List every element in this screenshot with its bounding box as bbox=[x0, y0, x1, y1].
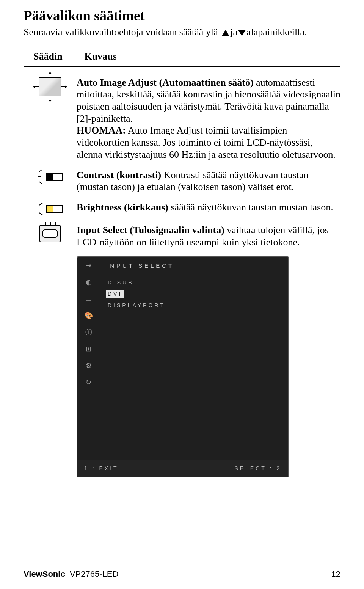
osd-input-icon[interactable]: ⇥ bbox=[83, 261, 94, 270]
input-description: Input Select (Tulosignaalin valinta) vai… bbox=[77, 224, 340, 248]
input-select-icon bbox=[39, 225, 61, 242]
auto-adjust-icon bbox=[39, 77, 61, 96]
arrow-down-icon bbox=[238, 30, 246, 36]
osd-item-displayport[interactable]: DISPLAYPORT bbox=[106, 301, 167, 309]
osd-footer: 1 : EXIT SELECT : 2 bbox=[77, 460, 288, 477]
osd-footer-exit: 1 : EXIT bbox=[84, 465, 119, 471]
contrast-bold: Contrast (kontrasti) bbox=[77, 170, 161, 181]
footer-page: 12 bbox=[331, 569, 340, 579]
auto-description: Auto Image Adjust (Automaattinen säätö) … bbox=[77, 77, 340, 161]
brightness-icon bbox=[38, 202, 63, 216]
osd-settings-icon[interactable]: ⚙ bbox=[83, 361, 94, 370]
footer-brand: ViewSonic bbox=[24, 569, 65, 579]
subtitle-part2: alapainikkeilla. bbox=[246, 27, 307, 38]
subtitle-mid: ja bbox=[230, 27, 237, 38]
table-header: Säädin Kuvaus bbox=[24, 47, 340, 67]
osd-panel: ⇥ ◐ ▭ 🎨 ⓘ ⊞ ⚙ ↻ INPUT SELECT D-SUB DVI D… bbox=[77, 256, 289, 477]
auto-note-bold: HUOMAA: bbox=[77, 125, 126, 136]
brightness-bold: Brightness (kirkkaus) bbox=[77, 202, 168, 213]
footer-model: VP2765-LED bbox=[70, 569, 118, 579]
osd-color-icon[interactable]: 🎨 bbox=[83, 311, 94, 320]
subtitle: Seuraavia valikkovaihtoehtoja voidaan sä… bbox=[24, 26, 340, 39]
osd-reset-icon[interactable]: ↻ bbox=[83, 378, 94, 387]
header-description: Kuvaus bbox=[85, 51, 117, 62]
control-row-input: Input Select (Tulosignaalin valinta) vai… bbox=[24, 224, 340, 248]
osd-info-icon[interactable]: ⓘ bbox=[83, 328, 94, 337]
input-bold: Input Select (Tulosignaalin valinta) bbox=[77, 225, 224, 236]
header-control: Säädin bbox=[33, 51, 63, 62]
subtitle-part1: Seuraavia valikkovaihtoehtoja voidaan sä… bbox=[24, 27, 221, 38]
osd-contrast-icon[interactable]: ◐ bbox=[83, 278, 94, 287]
arrow-up-icon bbox=[222, 30, 229, 36]
control-row-brightness: Brightness (kirkkaus) säätää näyttökuvan… bbox=[24, 201, 340, 216]
osd-item-dsub[interactable]: D-SUB bbox=[106, 278, 135, 287]
osd-input2-icon[interactable]: ▭ bbox=[83, 294, 94, 303]
page-title: Päävalikon säätimet bbox=[24, 8, 340, 24]
osd-manual-icon[interactable]: ⊞ bbox=[83, 344, 94, 353]
brightness-description: Brightness (kirkkaus) säätää näyttökuvan… bbox=[77, 201, 340, 216]
page-footer: ViewSonic VP2765-LED 12 bbox=[24, 569, 340, 579]
osd-title: INPUT SELECT bbox=[106, 262, 282, 273]
osd-sidebar: ⇥ ◐ ▭ 🎨 ⓘ ⊞ ⚙ ↻ bbox=[77, 257, 100, 457]
contrast-icon bbox=[38, 170, 63, 184]
control-row-auto: Auto Image Adjust (Automaattinen säätö) … bbox=[24, 77, 340, 161]
osd-footer-select: SELECT : 2 bbox=[234, 465, 281, 471]
contrast-description: Contrast (kontrasti) Kontrasti säätää nä… bbox=[77, 169, 340, 193]
osd-item-dvi[interactable]: DVI bbox=[106, 290, 124, 298]
brightness-text: säätää näyttökuvan taustan mustan tason. bbox=[168, 202, 333, 213]
control-row-contrast: Contrast (kontrasti) Kontrasti säätää nä… bbox=[24, 169, 340, 193]
auto-bold: Auto Image Adjust (Automaattinen säätö) bbox=[77, 77, 254, 88]
